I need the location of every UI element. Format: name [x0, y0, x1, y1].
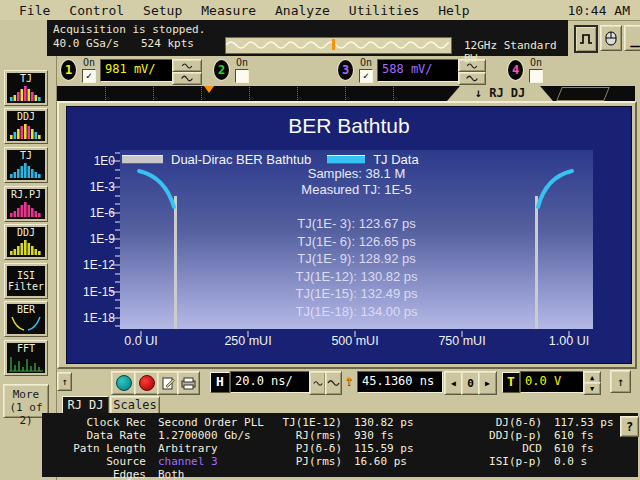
acquisition-status-panel: Acquisition is stopped. 40.0 GSa/s 524 k…	[47, 20, 568, 56]
minimize-button[interactable]: _	[624, 25, 640, 51]
printer-icon	[181, 377, 196, 390]
sidebar-button-label: DDJ	[17, 111, 35, 122]
stop-button[interactable]	[134, 371, 159, 395]
delay-right-button[interactable]: ▶	[478, 371, 497, 395]
tj-data-left-curve	[139, 171, 174, 207]
pulse-icon	[579, 32, 593, 46]
sidebar-button-label: TJ	[20, 150, 32, 161]
channel-number: 3	[342, 63, 349, 77]
horizontal-scale-field[interactable]: 20.0 ns/	[230, 371, 312, 393]
result-value: 0.0 s	[554, 455, 587, 468]
result-value: Both	[158, 468, 185, 480]
result-label: Patn Length	[50, 442, 146, 455]
sidebar-button-ddj-histogram[interactable]: DDJ	[4, 224, 48, 260]
empty-scale-tab	[556, 87, 610, 101]
memory-bar[interactable]	[225, 37, 452, 54]
channel-3-scale-down-button[interactable]	[458, 72, 486, 85]
horizontal-badge: H	[210, 372, 230, 393]
memory-bar-marker[interactable]	[332, 39, 335, 50]
menu-setup[interactable]: Setup	[143, 3, 182, 18]
menu-analyze[interactable]: Analyze	[275, 3, 330, 18]
result-label: PJ(δ-δ)	[238, 442, 342, 455]
down-arrow-icon: ↓	[475, 86, 482, 100]
sidebar-button-tj-histogram[interactable]: TJ	[4, 147, 48, 183]
run-button[interactable]	[111, 371, 136, 395]
channel-2-button[interactable]: 2	[214, 60, 229, 80]
result-label: RJ(rms)	[238, 429, 342, 442]
sidebar-button-ddj-composite[interactable]: DDJ	[4, 108, 48, 144]
channel-1-scale-down-button[interactable]	[172, 72, 202, 85]
bandwidth-label: 12GHz Standard BW	[464, 39, 568, 65]
channel-number: 2	[218, 63, 225, 77]
channel-3-button[interactable]: 3	[338, 60, 353, 80]
sidebar-button-ber[interactable]: BER	[4, 301, 48, 337]
trigger-level-down-button[interactable]: ▼	[583, 382, 601, 395]
spectrum-icon	[8, 354, 44, 372]
large-wave-icon	[464, 74, 480, 83]
result-label: DCD	[446, 442, 542, 455]
bathtub-curves-icon	[8, 315, 44, 333]
menu-utilities[interactable]: Utilities	[349, 3, 419, 18]
scroll-up-right-button[interactable]: ↑	[610, 370, 631, 393]
left-arrow-icon: ◀	[451, 379, 456, 388]
channel-3-on-label: On	[360, 57, 372, 68]
menu-file[interactable]: File	[19, 3, 50, 18]
result-label: DDJ(p-p)	[446, 429, 542, 442]
run-icon	[116, 375, 132, 391]
sample-rate: 40.0 GSa/s	[53, 37, 119, 50]
clipboard-icon	[162, 377, 175, 390]
copy-screen-button[interactable]	[157, 371, 179, 395]
pulse-mode-button[interactable]	[574, 25, 598, 53]
result-value: Arbitrary	[158, 442, 218, 455]
trigger-level-field[interactable]: 0.0 V	[520, 371, 585, 393]
result-value: 115.59 ps	[354, 442, 414, 455]
delay-marker-button[interactable]: ↑	[342, 371, 356, 389]
channel-1-scale-field[interactable]: 981 mV/	[100, 59, 174, 82]
scroll-up-left-button[interactable]: ↑	[57, 372, 72, 391]
sidebar-button-fft[interactable]: FFT	[4, 340, 48, 376]
histogram-multicolor-icon	[8, 122, 44, 140]
rjdj-scale-tab[interactable]: ↓ RJ DJ	[447, 86, 553, 101]
sidebar-button-label: RJ.PJ	[11, 189, 41, 200]
delay-position-field[interactable]: 45.1360 ns	[357, 371, 443, 393]
hscale-increase-button[interactable]	[325, 371, 342, 395]
trigger-badge: T	[502, 372, 520, 393]
menu-measure[interactable]: Measure	[201, 3, 256, 18]
menu-help[interactable]: Help	[438, 3, 469, 18]
channel-1-on-checkbox[interactable]: ✓	[82, 69, 96, 83]
acquisition-status-text: Acquisition is stopped.	[53, 23, 205, 36]
large-wave-icon	[327, 378, 340, 388]
histogram-magenta-icon	[8, 200, 44, 218]
up-arrow-icon: ↑	[61, 376, 67, 387]
result-value-source-channel: channel 3	[158, 455, 218, 468]
hscale-decrease-button[interactable]	[309, 371, 326, 395]
sidebar-button-label: FFT	[17, 343, 35, 354]
channel-1-button[interactable]: 1	[61, 60, 76, 80]
right-arrow-icon: ▶	[485, 379, 490, 388]
timebase-marker-icon[interactable]	[204, 86, 214, 93]
sidebar-button-label: BER	[17, 304, 35, 315]
jitter-group-a: TJ(1E-12)130.82 ps RJ(rms)930 fs PJ(δ-δ)…	[238, 416, 414, 468]
channel-3-scale-field[interactable]: 588 mV/	[377, 59, 461, 82]
channel-2-on-checkbox[interactable]	[235, 69, 249, 83]
more-page-indicator: (1 of 2)	[9, 401, 42, 427]
help-button[interactable]: ?	[620, 416, 639, 437]
channel-4-on-checkbox[interactable]	[529, 69, 543, 83]
timebase-scale-bar[interactable]: ↓ RJ DJ	[57, 86, 635, 101]
sidebar-button-tj-composite[interactable]: TJ	[4, 70, 48, 106]
channel-1-scale-up-button[interactable]	[172, 59, 202, 72]
tj-data-right-curve	[538, 171, 572, 207]
clock: 10:44 AM	[567, 3, 630, 18]
mouse-pointer-button[interactable]	[600, 25, 622, 51]
result-value: 1.2700000 Gb/s	[158, 429, 251, 442]
jitter-group-b: DJ(δ-δ)117.53 ps DDJ(p-p)610 fs DCD610 f…	[446, 416, 614, 468]
print-button[interactable]	[177, 371, 200, 395]
sidebar-button-rjpj-histogram[interactable]: RJ.PJ	[4, 186, 48, 222]
channel-2-on-label: On	[236, 57, 248, 68]
channel-3-on-checkbox[interactable]: ✓	[359, 69, 373, 83]
menu-control[interactable]: Control	[69, 3, 124, 18]
result-label: PJ(rms)	[238, 455, 342, 468]
result-label: ISI(p-p)	[446, 455, 542, 468]
sidebar-button-isi-filter[interactable]: ISI Filter	[4, 263, 48, 299]
result-label: TJ(1E-12)	[238, 416, 342, 429]
